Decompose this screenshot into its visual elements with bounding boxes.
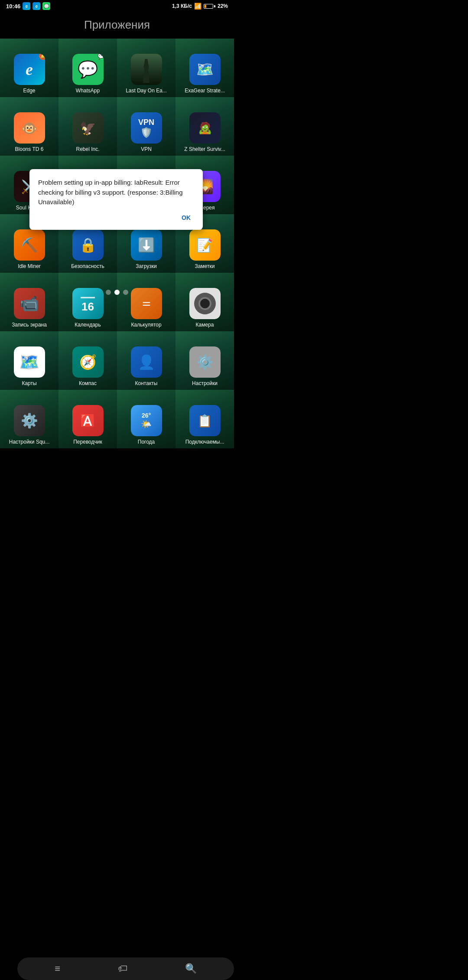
time-display: 10:46 — [6, 3, 20, 10]
dialog-ok-button[interactable]: OK — [178, 212, 194, 223]
app-label-idleminer: Idle Miner — [0, 263, 58, 269]
scroll-dot-2-active — [114, 290, 120, 295]
maps-icon: 🗺️ — [14, 346, 45, 378]
app-label-calendar: Календарь — [58, 322, 117, 328]
app-icon-rebel: 🦅 — [72, 112, 104, 144]
app-cell-settingssq[interactable]: ⚙️ Настройки Squ... — [0, 390, 58, 448]
app-label-camera: Камера — [176, 322, 234, 328]
app-cell-calendar[interactable]: ▬▬▬ 16 Календарь — [58, 273, 117, 331]
app-cell-compass[interactable]: 🧭 Компас — [58, 331, 117, 390]
app-label-security: Безопасность — [58, 263, 117, 269]
page-title: Приложения — [0, 12, 234, 39]
app-icon-whatsapp: 💬 💬 — [72, 54, 104, 85]
app-label-contacts: Контакты — [117, 380, 176, 386]
whatsapp-notif: 💬 — [98, 54, 104, 60]
edge-status-icon: e — [23, 2, 30, 10]
app-icon-lastday — [131, 54, 162, 85]
weather-icon: 26° 🌤️ — [131, 405, 162, 436]
app-cell-maps[interactable]: 🗺️ Карты — [0, 331, 58, 390]
downloads-icon: ⬇️ — [131, 229, 162, 261]
app-icon-connect: 📋 — [189, 405, 221, 436]
calculator-icon: ＝ — [131, 288, 162, 319]
app-label-edge: Edge — [0, 88, 58, 94]
rebel-icon: 🦅 — [72, 112, 104, 144]
app-cell-connect[interactable]: 📋 Подключаемы... — [176, 390, 234, 448]
app-icon-camera — [189, 288, 221, 319]
app-cell-calculator[interactable]: ＝ Калькулятор — [117, 273, 176, 331]
app-grid: 🔔 Edge 💬 💬 WhatsApp Last Day On Ea... 🗺️… — [0, 39, 234, 448]
app-icon-contacts: 👤 — [131, 346, 162, 378]
edge2-status-icon: e — [32, 2, 40, 10]
app-cell-screenrec[interactable]: 📹 Запись экрана — [0, 273, 58, 331]
security-icon: 🔒 — [72, 229, 104, 261]
status-bar: 10:46 e e 💬 1,3 КБ/с 📶 22% — [0, 0, 234, 12]
weather-symbol: 🌤️ — [141, 419, 152, 429]
screenrec-icon: 📹 — [14, 288, 45, 319]
app-icon-calendar: ▬▬▬ 16 — [72, 288, 104, 319]
app-icon-vpn: VPN 🛡️ — [131, 112, 162, 144]
translator-icon: 🅰️ — [72, 405, 104, 436]
app-cell-edge[interactable]: 🔔 Edge — [0, 39, 58, 97]
contacts-icon: 👤 — [131, 346, 162, 378]
app-icon-notes: 📝 — [189, 229, 221, 261]
app-icon-zshelter: 🧟 — [189, 112, 221, 144]
app-icon-calculator: ＝ — [131, 288, 162, 319]
app-label-translator: Переводчик — [58, 439, 117, 445]
app-label-downloads: Загрузки — [117, 263, 176, 269]
soldier-shape — [140, 59, 153, 83]
app-cell-translator[interactable]: 🅰️ Переводчик — [58, 390, 117, 448]
calendar-inner: ▬▬▬ 16 — [81, 294, 95, 314]
vpn-inner: VPN 🛡️ — [138, 118, 154, 138]
notes-icon: 📝 — [189, 229, 221, 261]
lastday-icon — [131, 54, 162, 85]
scroll-dot-1 — [106, 290, 111, 295]
settings-icon: ⚙️ — [189, 346, 221, 378]
scroll-dot-3 — [123, 290, 128, 295]
wifi-icon: 📶 — [194, 3, 202, 10]
bloons-icon: 🐵 — [14, 112, 45, 144]
app-icon-exagear: 🗺️ — [189, 54, 221, 85]
app-label-vpn: VPN — [117, 146, 176, 152]
app-icon-screenrec: 📹 — [14, 288, 45, 319]
app-cell-bloons[interactable]: 🐵 Bloons TD 6 — [0, 97, 58, 156]
app-cell-zshelter[interactable]: 🧟 Z Shelter Surviv... — [176, 97, 234, 156]
app-label-bloons: Bloons TD 6 — [0, 146, 58, 152]
app-cell-camera[interactable]: Камера — [176, 273, 234, 331]
app-label-notes: Заметки — [176, 263, 234, 269]
calendar-icon: ▬▬▬ 16 — [72, 288, 104, 319]
dialog-actions: OK — [38, 212, 194, 223]
app-label-compass: Компас — [58, 380, 117, 386]
dialog-message: Problem setting up in-app billing: IabRe… — [38, 178, 194, 207]
calculator-symbol: ＝ — [140, 294, 153, 313]
vpn-icon: VPN 🛡️ — [131, 112, 162, 144]
app-label-weather: Погода — [117, 439, 176, 445]
network-speed: 1,3 КБ/с — [172, 3, 192, 9]
app-label-rebel: Rebel Inc. — [58, 146, 117, 152]
app-cell-weather[interactable]: 26° 🌤️ Погода — [117, 390, 176, 448]
app-icon-settingssq: ⚙️ — [14, 405, 45, 436]
app-cell-whatsapp[interactable]: 💬 💬 WhatsApp — [58, 39, 117, 97]
zshelter-icon: 🧟 — [189, 112, 221, 144]
billing-error-dialog: Problem setting up in-app billing: IabRe… — [29, 169, 203, 230]
app-cell-contacts[interactable]: 👤 Контакты — [117, 331, 176, 390]
app-cell-lastday[interactable]: Last Day On Ea... — [117, 39, 176, 97]
battery-fill — [205, 5, 206, 8]
battery-indicator — [204, 4, 215, 9]
app-cell-exagear[interactable]: 🗺️ ExaGear Strate... — [176, 39, 234, 97]
app-label-calculator: Калькулятор — [117, 322, 176, 328]
calendar-month: ▬▬▬ — [81, 294, 95, 299]
app-label-lastday: Last Day On Ea... — [117, 88, 176, 94]
app-icon-compass: 🧭 — [72, 346, 104, 378]
status-left: 10:46 e e 💬 — [6, 2, 50, 10]
app-label-settingssq: Настройки Squ... — [0, 439, 58, 445]
camera-lens — [194, 293, 216, 314]
camera-iris — [198, 297, 211, 310]
compass-icon: 🧭 — [72, 346, 104, 378]
settingssq-icon: ⚙️ — [14, 405, 45, 436]
battery-percent: 22% — [218, 3, 228, 9]
whatsapp-status-icon: 💬 — [42, 2, 50, 10]
app-cell-settings[interactable]: ⚙️ Настройки — [176, 331, 234, 390]
app-cell-rebel[interactable]: 🦅 Rebel Inc. — [58, 97, 117, 156]
app-cell-vpn[interactable]: VPN 🛡️ VPN — [117, 97, 176, 156]
app-icon-idleminer: ⛏️ — [14, 229, 45, 261]
